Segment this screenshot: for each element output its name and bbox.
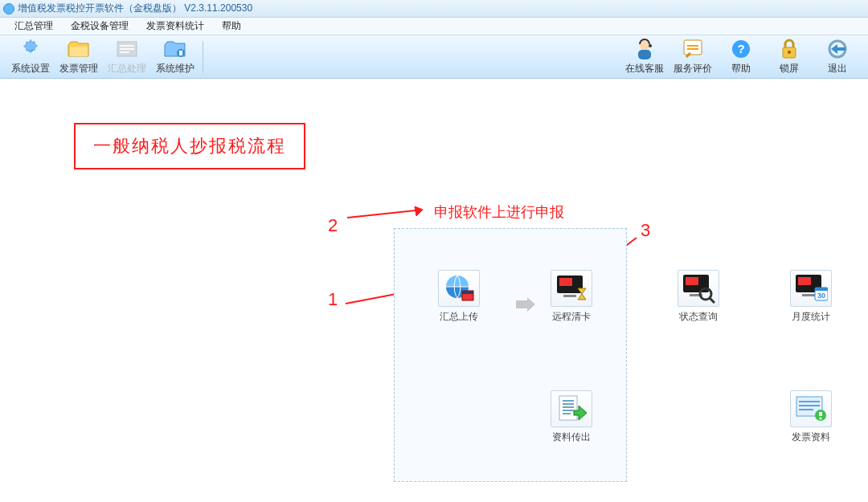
rating-icon — [681, 38, 705, 60]
monthly-stats-button[interactable]: 30 月度统计 — [786, 270, 836, 324]
service-rating-button[interactable]: 服务评价 — [669, 38, 717, 76]
summary-icon — [115, 38, 139, 60]
svg-rect-43 — [819, 412, 822, 416]
icon-label: 汇总上传 — [434, 310, 484, 324]
svg-text:?: ? — [737, 42, 744, 55]
toolbar-right: 在线客服 服务评价 ? 帮助 锁屏 退出 — [620, 38, 862, 76]
menu-device[interactable]: 金税设备管理 — [63, 18, 137, 35]
menu-stats[interactable]: 发票资料统计 — [138, 18, 212, 35]
svg-marker-20 — [415, 206, 423, 216]
online-service-button[interactable]: 在线客服 — [620, 38, 669, 76]
toolbar: 系统设置 发票管理 汇总处理 系统维护 在线客服 — [0, 35, 868, 79]
arrow-step2 — [346, 203, 432, 222]
monitor-hourglass-icon — [551, 270, 592, 307]
help-button[interactable]: ? 帮助 — [717, 38, 765, 76]
svg-rect-5 — [120, 51, 129, 53]
summary-upload-button[interactable]: 汇总上传 — [434, 270, 484, 324]
toolbar-label: 系统维护 — [151, 62, 199, 76]
system-maintain-button[interactable]: 系统维护 — [151, 38, 199, 76]
toolbar-label: 锁屏 — [765, 62, 813, 76]
svg-rect-9 — [638, 50, 651, 59]
content-area: 一般纳税人抄报税流程 1 2 3 申报软件上进行申报 汇总上传 远程清卡 — [0, 79, 868, 502]
icon-label: 发票资料 — [786, 431, 836, 444]
help-icon: ? — [729, 38, 753, 60]
annotation-declare: 申报软件上进行申报 — [434, 202, 564, 222]
data-export-button[interactable]: 资料传出 — [547, 390, 596, 444]
svg-rect-28 — [563, 295, 576, 297]
svg-rect-27 — [559, 278, 572, 286]
menu-help[interactable]: 帮助 — [214, 18, 249, 35]
toolbar-label: 在线客服 — [620, 62, 669, 76]
summary-process-button: 汇总处理 — [103, 38, 151, 76]
toolbar-label: 系统设置 — [6, 62, 55, 76]
toolbar-label: 帮助 — [717, 62, 765, 76]
icon-label: 状态查询 — [674, 310, 723, 324]
toolbar-label: 汇总处理 — [103, 62, 151, 76]
toolbar-label: 发票管理 — [55, 62, 103, 76]
agent-icon — [633, 38, 657, 60]
svg-point-15 — [788, 51, 791, 54]
folder-icon — [67, 38, 91, 60]
flow-arrow-icon — [505, 286, 529, 326]
svg-rect-7 — [179, 51, 182, 55]
icon-label: 月度统计 — [786, 310, 836, 324]
step-number-2: 2 — [328, 215, 338, 236]
svg-rect-4 — [120, 48, 134, 50]
svg-rect-39 — [815, 288, 828, 291]
exit-button[interactable]: 退出 — [813, 38, 862, 76]
svg-rect-36 — [798, 277, 811, 285]
toolbar-divider — [203, 41, 203, 73]
toolbar-left: 系统设置 发票管理 汇总处理 系统维护 — [6, 38, 207, 76]
icon-label: 资料传出 — [547, 431, 596, 444]
icon-label: 远程清卡 — [547, 310, 596, 324]
monitor-search-icon — [678, 270, 719, 307]
toolbar-label: 退出 — [813, 62, 862, 76]
svg-rect-25 — [462, 291, 473, 294]
invoice-manage-button[interactable]: 发票管理 — [55, 38, 103, 76]
svg-rect-11 — [684, 40, 702, 55]
svg-rect-37 — [802, 294, 815, 296]
svg-rect-1 — [70, 47, 88, 56]
svg-rect-31 — [686, 277, 698, 285]
exit-icon — [825, 38, 850, 60]
remote-clearcard-button[interactable]: 远程清卡 — [547, 270, 596, 324]
svg-point-10 — [649, 44, 652, 47]
invoice-data-icon — [790, 390, 832, 427]
globe-upload-icon — [438, 270, 480, 307]
system-settings-button[interactable]: 系统设置 — [6, 38, 55, 76]
lock-screen-button[interactable]: 锁屏 — [765, 38, 813, 76]
step-number-1: 1 — [328, 289, 338, 310]
status-query-button[interactable]: 状态查询 — [674, 270, 723, 324]
flow-title: 一般纳税人抄报税流程 — [93, 136, 286, 156]
maint-icon — [163, 38, 187, 60]
monitor-calendar-icon: 30 — [790, 270, 832, 307]
window-title: 增值税发票税控开票软件（金税盘版） V2.3.11.200530 — [18, 2, 252, 15]
toolbar-label: 服务评价 — [669, 62, 717, 76]
svg-line-19 — [347, 210, 423, 218]
svg-text:30: 30 — [817, 292, 825, 300]
title-bar: 增值税发票税控开票软件（金税盘版） V2.3.11.200530 — [0, 0, 868, 18]
invoice-data-button[interactable]: 发票资料 — [786, 390, 836, 444]
menu-summary[interactable]: 汇总管理 — [6, 18, 61, 35]
menu-bar: 汇总管理 金税设备管理 发票资料统计 帮助 — [0, 18, 868, 35]
settings-icon — [18, 38, 43, 60]
lock-icon — [777, 38, 801, 60]
flow-title-box: 一般纳税人抄报税流程 — [74, 123, 305, 169]
document-export-icon — [551, 390, 592, 427]
svg-rect-3 — [120, 45, 134, 47]
svg-point-44 — [819, 417, 821, 419]
svg-line-34 — [710, 298, 714, 303]
app-icon — [3, 3, 14, 14]
